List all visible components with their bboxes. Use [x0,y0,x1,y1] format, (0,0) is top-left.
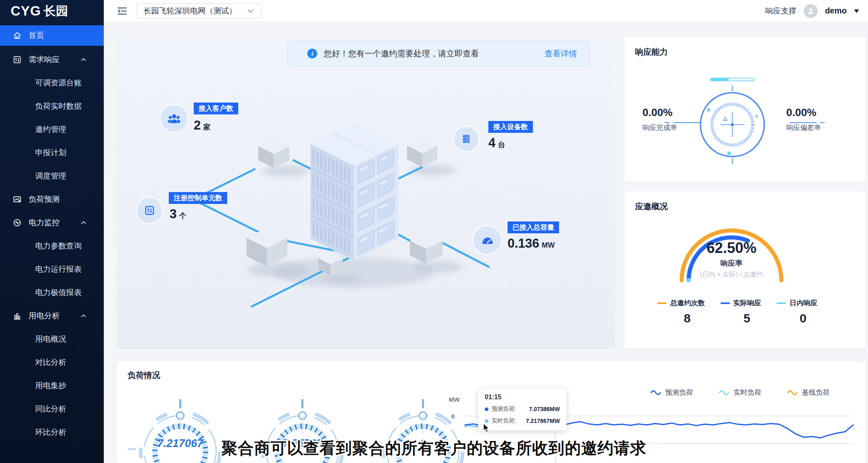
analysis-icon [12,311,22,321]
invitation-legend: 总邀约次数8实际响应5日内响应0 [657,298,817,325]
chevron-down-icon [247,9,254,13]
monitor-icon [12,218,22,228]
legend-color-dash [657,302,667,304]
response-rate-value: 62.50% [670,239,793,257]
chevron-up-icon [81,58,87,62]
stat-label: 接入客户数 [194,103,238,114]
sidebar-item-环比分析[interactable]: 环比分析 [0,421,104,444]
legend-value: 0 [776,311,817,325]
tooltip-time: 01:15 [485,394,560,401]
tooltip-row: 预测负荷:7.07386MW [485,405,560,413]
chevron-up-icon [81,221,87,225]
logo-text-cn: 长园 [44,3,68,20]
sidebar-item-用电集抄[interactable]: 用电集抄 [0,374,104,397]
connector-line [664,122,669,123]
user-icon [807,7,815,15]
stat-label: 已接入总容量 [508,221,559,233]
deviation-rate-metric: 0.00% 响应偏差率 [786,106,843,132]
sidebar-item-用电概况[interactable]: 用电概况 [0,327,104,351]
user-menu-caret-icon[interactable] [854,9,859,16]
banner-message: 您好！您有一个邀约需要处理，请立即查看 [324,48,479,59]
stat-label: 注册控制单元数 [169,192,227,204]
notification-banner: i 您好！您有一个邀约需要处理，请立即查看 查看详情 [287,41,590,66]
home-icon [12,31,22,40]
sidebar-item-负荷预测[interactable]: 负荷预测 [0,188,104,211]
topbar-right: 响应支撑 demo [765,4,868,18]
sidebar-item-用电分析[interactable]: 用电分析 [0,304,104,327]
sidebar-item-首页[interactable]: 首页 [0,25,104,46]
sidebar-item-电力极值报表[interactable]: 电力极值报表 [0,281,104,304]
invitation-overview-panel: 应邀概况 62.50% 响应率 (日内 + 实际) / 总邀约 总邀约次数8实际… [624,191,866,349]
app-logo: CYG 长园 [0,0,104,22]
sidebar-collapse-icon[interactable] [117,7,128,16]
video-caption: 聚合商可以查看到聚合的所有客户的设备所收到的邀约请求 [221,437,647,459]
legend-item-总邀约次数[interactable]: 总邀约次数8 [657,298,705,325]
stat-value: 0.136 MW [508,236,555,251]
forecast-icon [12,195,22,204]
panel-title: 响应能力 [635,47,668,58]
y-axis-unit: MW [449,396,460,403]
topbar: 长园飞轮深圳电网（测试） 响应支撑 demo [104,0,868,22]
customers-icon [159,104,189,133]
region-dropdown-value: 长园飞轮深圳电网（测试） [143,6,237,16]
sidebar-item-电力运行报表[interactable]: 电力运行报表 [0,257,104,281]
sidebar-item-电力参数查询[interactable]: 电力参数查询 [0,234,104,257]
info-icon: i [307,49,317,58]
logo-text-en: CYG [11,3,41,19]
series-dot [485,407,488,411]
sidebar-item-申报计划[interactable]: 申报计划 [0,141,104,164]
sidebar-item-邀约管理[interactable]: 邀约管理 [0,118,104,141]
response-rate-formula: (日内 + 实际) / 总邀约 [670,271,793,279]
capacity-icon [472,225,503,255]
stat-value: 3 个 [170,207,186,221]
datacenter-illustration [178,84,562,313]
load-gauge: 7.217067 [127,396,233,463]
sidebar-item-电力监控[interactable]: 电力监控 [0,211,104,234]
stat-value: 2 家 [194,118,210,133]
connector-line [790,122,817,123]
sidebar-item-同比分析[interactable]: 同比分析 [0,397,104,421]
region-dropdown[interactable]: 长园飞轮深圳电网（测试） [136,3,262,19]
sidebar-item-调度管理[interactable]: 调度管理 [0,164,104,188]
legend-color-dash [776,302,786,304]
y-axis-tick: 8 [451,413,454,420]
view-details-link[interactable]: 查看详情 [544,48,577,59]
panel-title: 负荷情况 [128,370,160,381]
stat-label: 接入设备数 [488,121,533,133]
sidebar: CYG 长园 首页需求响应可调资源台账负荷实时数据邀约管理申报计划调度管理负荷预… [0,0,104,463]
series-dot [485,419,488,423]
demand-icon [12,55,22,65]
sidebar-item-对比分析[interactable]: 对比分析 [0,351,104,374]
response-capability-panel: 响应能力 0.00% 响应完成率 0.00% 响应偏差率 [624,37,866,182]
legend-color-dash [720,302,730,304]
control-units-icon [136,197,163,224]
overview-panel: i 您好！您有一个邀约需要处理，请立即查看 查看详情 接入客户数 [117,36,615,349]
sidebar-item-需求响应[interactable]: 需求响应 [0,48,104,71]
legend-value: 8 [657,311,705,325]
chevron-up-icon [81,314,87,318]
sidebar-nav: 首页需求响应可调资源台账负荷实时数据邀约管理申报计划调度管理负荷预测电力监控电力… [0,25,104,444]
legend-value: 5 [720,311,761,325]
mouse-cursor [482,423,492,434]
legend-item-日内响应[interactable]: 日内响应0 [776,298,817,325]
svg-text:7.217067: 7.217067 [157,437,204,450]
stat-value: 4 台 [488,136,505,150]
connector-line [820,122,825,123]
support-link[interactable]: 响应支撑 [765,6,796,16]
avatar[interactable] [804,4,818,18]
legend-item-实际响应[interactable]: 实际响应5 [720,298,761,325]
username[interactable]: demo [825,6,847,16]
response-radar-gauge [691,76,773,174]
panel-title: 应邀概况 [635,201,668,212]
sidebar-item-负荷实时数据[interactable]: 负荷实时数据 [0,94,104,118]
completion-rate-metric: 0.00% 响应完成率 [642,106,700,132]
response-rate-label: 响应率 [670,258,793,268]
tooltip-row: 实时负荷:7.217867MW [485,417,560,425]
devices-icon [453,125,480,152]
sidebar-item-可调资源台账[interactable]: 可调资源台账 [0,71,104,94]
